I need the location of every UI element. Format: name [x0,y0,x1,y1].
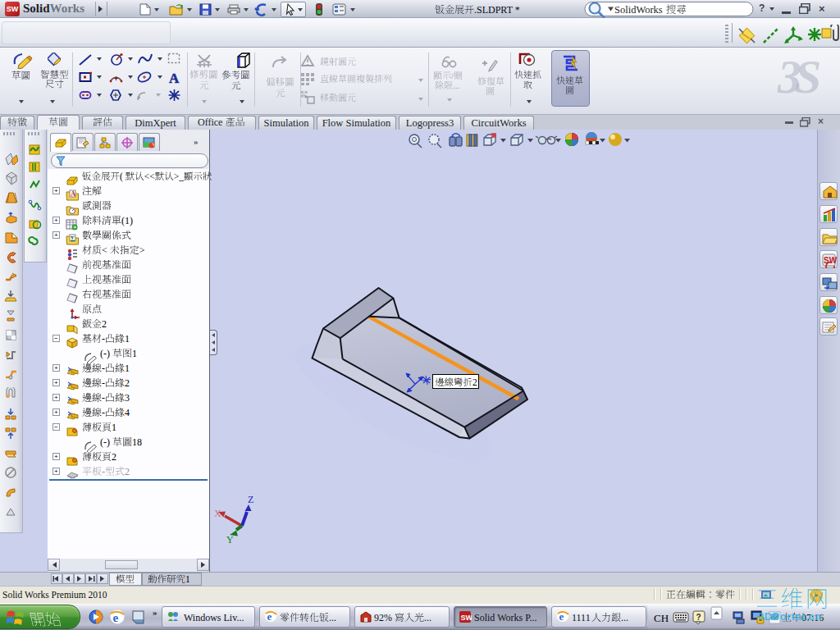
svg-text:SW: SW [461,614,472,622]
svg-text:A: A [71,190,75,198]
svg-text:A: A [169,71,180,86]
svg-text:Σ: Σ [71,235,75,243]
svg-text:SW: SW [824,256,838,265]
svg-text:?: ? [696,613,701,622]
